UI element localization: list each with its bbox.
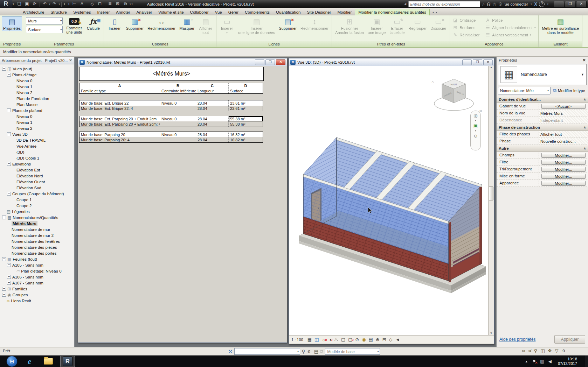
redo-icon[interactable]: ↷ <box>51 1 58 7</box>
navbar-collapse-icon[interactable]: ⊖ <box>474 133 478 139</box>
restore-button[interactable]: ❐ <box>565 1 575 8</box>
taskbar-revit[interactable]: R <box>60 356 75 367</box>
tab-gerer[interactable]: Gérer <box>225 9 242 15</box>
tree-item-plan-d-etage-niveau-0[interactable]: ▱Plan d'étage: Niveau 0 <box>0 268 74 274</box>
tab-vue[interactable]: Vue <box>212 9 225 15</box>
visual-style-icon[interactable]: ◫ <box>314 337 319 342</box>
ribbon-collapse-control[interactable]: ▲▾ <box>432 11 437 15</box>
calculated-button[interactable]: ƒx▦Calculé <box>84 16 102 31</box>
property-button-apparence[interactable]: Modifier... <box>541 181 586 186</box>
tree-item-elevation-est[interactable]: Elévation Est <box>0 167 74 173</box>
tree-item-elevation-nord[interactable]: Elévation Nord <box>0 173 74 179</box>
design-options-combobox[interactable]: Modèle de base ▾ <box>325 348 380 355</box>
user-icon[interactable]: ☉ <box>498 2 502 7</box>
schedule-cell[interactable]: 55.38 m² <box>229 116 263 121</box>
schedule-cell[interactable]: 55.38 m² <box>229 121 263 127</box>
sign-in-button[interactable]: Se connecter <box>504 2 528 6</box>
tray-expand-icon[interactable]: ▲ <box>525 360 528 363</box>
tab-systemes[interactable]: Systèmes <box>70 9 94 15</box>
tab-structure[interactable]: Structure <box>47 9 70 15</box>
close-button[interactable]: ✕ <box>576 1 587 8</box>
switch-windows-icon[interactable]: ⧉ <box>122 1 129 7</box>
tree-item-nomenclatures-quantites[interactable]: −▦Nomenclatures/Quantités <box>0 214 74 220</box>
drag-on-selection-icon[interactable]: ✥ <box>548 348 552 353</box>
schedule-cell[interactable]: C <box>196 83 229 88</box>
tree-item-a106-sans-nom[interactable]: +A106 - Sans nom <box>0 274 74 280</box>
properties-button[interactable]: ▤Propriétés <box>2 16 22 31</box>
section-icon[interactable]: ⊟ <box>96 1 104 7</box>
navbar-close-icon[interactable]: ⊗ <box>479 109 482 113</box>
start-button[interactable]: ⊞ <box>6 356 18 367</box>
measure-icon[interactable]: ⟷ <box>63 1 70 7</box>
tree-item-plans-d-etage[interactable]: −Plans d'étage <box>0 72 74 78</box>
speaker-icon[interactable]: ◀ <box>548 359 552 364</box>
collapse-icon[interactable]: − <box>2 67 6 71</box>
tree-item-coupes-coupe-du-batiment[interactable]: −Coupes (Coupe du bâtiment) <box>0 191 74 197</box>
tree-item-a105-sans-nom[interactable]: −A105 - Sans nom <box>0 262 74 268</box>
schedule-window[interactable]: R Nomenclature: Métrés Murs - Projet1 v2… <box>78 58 287 343</box>
minimize-button[interactable]: — <box>554 1 564 8</box>
schedule-cell[interactable]: Famille et type <box>79 88 160 93</box>
sun-path-icon[interactable]: ☼✕ <box>321 337 326 342</box>
collapse-icon[interactable]: − <box>7 162 11 166</box>
property-value[interactable]: Nouvelle construc... <box>539 138 588 144</box>
edit-type-button[interactable]: ⧉ Modifier le type <box>552 87 587 94</box>
minimize-icon[interactable]: — <box>255 59 264 65</box>
type-selector[interactable]: ▦ Nomenclature ▼ <box>498 64 587 85</box>
crop-visibility-icon[interactable]: ▢✕ <box>348 337 352 342</box>
schedule-cell[interactable]: Mur de base: Parpaing 20: 4 <box>79 137 160 142</box>
type-filter-combobox[interactable]: Nomenclature: Métr ▾ <box>498 87 551 94</box>
view3d-window[interactable]: R Vue 3D: {3D} - Projet1 v2016.rvt — ❐ ✕ <box>289 58 494 344</box>
minimize-icon[interactable]: — <box>462 59 472 65</box>
taskbar-internet-explorer[interactable]: e <box>22 356 36 367</box>
tree-item-plan-masse[interactable]: Plan Masse <box>0 101 74 107</box>
undo-icon[interactable]: ↶ <box>41 1 49 7</box>
collapse-icon[interactable]: − <box>2 257 6 261</box>
property-button-gabarit-de-vue[interactable]: <Aucun> <box>541 104 586 109</box>
resize-column-button[interactable]: ↔Redimensionner <box>146 16 177 31</box>
schedule-cell[interactable]: D <box>229 83 263 88</box>
close-icon[interactable]: ✕ <box>483 59 493 65</box>
view3d-window-titlebar[interactable]: R Vue 3D: {3D} - Projet1 v2016.rvt — ❐ ✕ <box>289 58 494 66</box>
expand-icon[interactable]: + <box>2 293 6 297</box>
infocenter-collapse-icon[interactable]: ◀ <box>404 2 406 6</box>
tree-item-niveau-0[interactable]: Niveau 0 <box>0 78 74 84</box>
tree-item-elevation-sud[interactable]: Elévation Sud <box>0 185 74 191</box>
schedule-cell[interactable]: Niveau 0 <box>160 116 196 121</box>
redo-caret-icon[interactable]: ▾ <box>59 3 60 6</box>
tree-item-niveau-2[interactable]: Niveau 2 <box>0 90 74 96</box>
tab-collaborer[interactable]: Collaborer <box>187 9 212 15</box>
schedule-cell[interactable]: Mur de base: Ext. Brique 22: 4 <box>79 106 160 111</box>
text-icon[interactable]: A <box>78 1 86 7</box>
tree-item-groupes[interactable]: +◉Groupes <box>0 292 74 298</box>
tree-item-vues-3d[interactable]: −Vues 3D <box>0 131 74 137</box>
tree-item-3d-copie-1[interactable]: {3D} Copie 1 <box>0 155 74 161</box>
collapse-icon[interactable]: − <box>7 263 11 267</box>
collapse-icon[interactable]: − <box>7 192 11 196</box>
schedule-cell[interactable]: Niveau 0 <box>160 132 196 137</box>
tab-modifier-la-nomenclature-les-quantites[interactable]: Modifier la nomenclature/les quantités <box>355 9 430 15</box>
shadows-icon[interactable]: ◑✕ <box>328 337 331 342</box>
schedule-table-title[interactable]: <Métrés Murs> <box>79 67 264 81</box>
schedule-cell[interactable]: 28.04 <box>196 137 229 142</box>
show-desktop-button[interactable] <box>585 355 588 367</box>
help-caret-icon[interactable]: ▾ <box>547 3 548 6</box>
format-unit-button[interactable]: 0.0✎Formaterune unité <box>65 16 83 35</box>
properties-section-autre[interactable]: Autre∧ <box>497 145 588 152</box>
tab-complements[interactable]: Compléments <box>242 9 273 15</box>
collapse-icon[interactable]: ∧ <box>583 126 586 129</box>
worksets-combobox[interactable]: ▾ <box>234 348 300 355</box>
qat-customize-caret-icon[interactable]: ▾ <box>132 3 133 6</box>
schedule-cell[interactable]: Mur de base: Ext. Parpaing 20 + Enduit 2… <box>79 116 160 121</box>
render-icon[interactable]: ♨ <box>334 337 338 342</box>
tree-item-feuilles-tout[interactable]: −▥Feuilles (tout) <box>0 256 74 262</box>
chevron-down-icon[interactable]: ▾ <box>59 28 62 31</box>
collapse-icon[interactable]: ∧ <box>583 98 586 101</box>
taskbar-clock[interactable]: 10:18 07/12/2017 <box>558 357 577 366</box>
chevron-down-icon[interactable]: ▾ <box>59 19 62 22</box>
communication-center-icon[interactable]: ☊ <box>487 2 491 7</box>
tab-architecture[interactable]: Architecture <box>20 9 47 15</box>
tab-modifier[interactable]: Modifier <box>334 9 355 15</box>
viewcube-top-label[interactable]: HAUT <box>450 83 457 86</box>
signin-caret-icon[interactable]: ▾ <box>531 3 532 6</box>
